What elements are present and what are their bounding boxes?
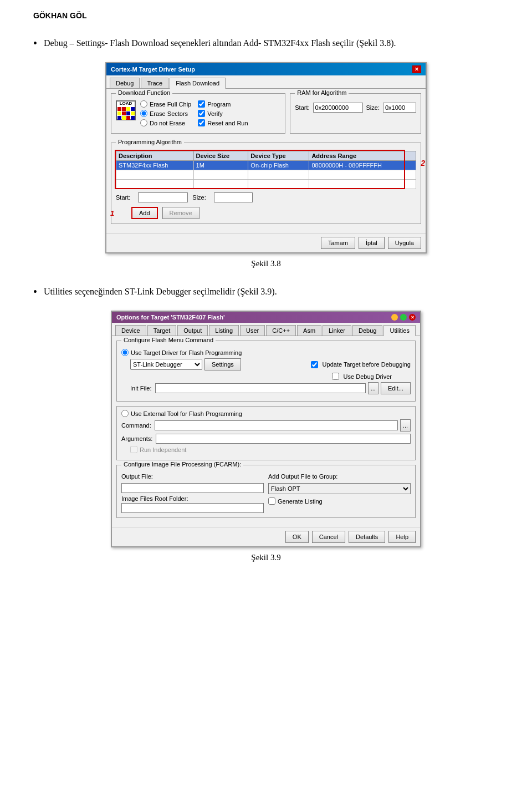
command-label: Command: — [121, 422, 151, 429]
tab-asm[interactable]: Asm — [297, 325, 321, 336]
dialog-body-2: Configure Flash Menu Command Use Target … — [112, 336, 420, 527]
checkbox-options: Program Verify Reset and Run — [198, 100, 248, 129]
checkbox-use-debug[interactable] — [332, 373, 339, 380]
checkbox-update-target[interactable] — [311, 361, 318, 368]
dot-minimize — [391, 314, 398, 321]
checkbox-program[interactable] — [198, 100, 205, 108]
load-icon: LOAD — [116, 100, 136, 120]
cell-address-range: 08000000H - 080FFFFFH — [309, 161, 416, 170]
radio-row-erase-sectors: Erase Sectors — [140, 110, 191, 117]
dialog-title-2: Options for Target 'STM32F407 Flash' — [116, 314, 225, 321]
radio-erase-full[interactable] — [140, 100, 147, 108]
figure-2: Options for Target 'STM32F407 Flash' ✕ D… — [33, 311, 499, 562]
ram-start-label: Start: — [295, 104, 309, 111]
ram-size-input[interactable] — [383, 103, 416, 113]
output-file-input[interactable] — [121, 483, 264, 493]
radio-erase-sectors[interactable] — [140, 110, 147, 117]
tab-debug[interactable]: Debug — [110, 78, 140, 88]
radio-label-no-erase: Do not Erase — [150, 120, 185, 126]
figure-caption-2: Şekil 3.9 — [251, 553, 280, 562]
run-independent-row: Run Independent — [130, 446, 411, 453]
start-label: Start: — [116, 194, 130, 201]
ram-label: RAM for Algorithm — [295, 89, 349, 96]
bullet-item-2: • Utilities seçeneğinden ST-Link Debugge… — [33, 285, 499, 299]
checkbox-generate-listing[interactable] — [268, 497, 275, 505]
settings-button[interactable]: Settings — [204, 358, 241, 370]
bullet-text-2: Utilities seçeneğinden ST-Link Debugger … — [44, 285, 277, 298]
configure-flash-group: Configure Flash Menu Command Use Target … — [116, 341, 416, 402]
size-input[interactable] — [214, 192, 253, 202]
command-input[interactable] — [155, 420, 398, 430]
use-external-label: Use External Tool for Flash Programming — [131, 410, 242, 417]
dialog-titlebar-2: Options for Target 'STM32F407 Flash' ✕ — [112, 312, 420, 323]
command-row: Command: ... — [121, 419, 411, 431]
ok-button-2[interactable]: OK — [285, 531, 309, 543]
titlebar-buttons-1: ✕ — [412, 65, 421, 73]
cell-device-size: 1M — [193, 161, 248, 170]
checkbox-label-program: Program — [207, 101, 231, 108]
checkbox-run-independent[interactable] — [130, 446, 137, 453]
header-title: GÖKHAN GÖL — [33, 11, 86, 20]
close-button-1[interactable]: ✕ — [412, 65, 421, 73]
defaults-button[interactable]: Defaults — [349, 531, 385, 543]
arguments-row: Arguments: — [121, 434, 411, 444]
edit-button[interactable]: Edit... — [381, 382, 411, 394]
tab-output[interactable]: Output — [177, 325, 208, 336]
arguments-input[interactable] — [156, 434, 411, 444]
tab-utilities[interactable]: Utilities — [383, 325, 415, 336]
tab-user[interactable]: User — [240, 325, 265, 336]
init-file-input[interactable] — [155, 383, 366, 393]
tab-trace[interactable]: Trace — [141, 78, 168, 88]
start-input[interactable] — [138, 192, 188, 202]
tab-flash-download[interactable]: Flash Download — [170, 78, 226, 89]
tab-debug[interactable]: Debug — [352, 325, 382, 336]
checkbox-reset[interactable] — [198, 119, 205, 126]
download-function-group: Download Function LOAD — [111, 93, 285, 134]
help-button[interactable]: Help — [388, 531, 416, 543]
tab-cpp[interactable]: C/C++ — [266, 325, 296, 336]
add-button[interactable]: Add — [131, 207, 158, 219]
radio-row-erase-full: Erase Full Chip — [140, 100, 191, 108]
dialog-footer-2: OK Cancel Defaults Help — [112, 527, 420, 546]
browse-button[interactable]: ... — [368, 382, 378, 394]
tab-linker[interactable]: Linker — [323, 325, 351, 336]
programming-algorithm-label: Programming Algorithm — [116, 139, 184, 145]
tab-device[interactable]: Device — [115, 325, 146, 336]
remove-button[interactable]: Remove — [162, 207, 200, 219]
radio-label-erase-full: Erase Full Chip — [150, 101, 191, 108]
cancel-button-1[interactable]: İptal — [359, 237, 385, 249]
tab-target[interactable]: Target — [147, 325, 177, 336]
apply-button-1[interactable]: Uygula — [388, 237, 421, 249]
tab-listing[interactable]: Listing — [209, 325, 239, 336]
image-root-input[interactable] — [121, 503, 264, 513]
radio-external[interactable] — [121, 410, 129, 417]
add-to-group-select[interactable]: Flash OPT — [268, 483, 411, 494]
checkbox-verify[interactable] — [198, 110, 205, 117]
annotation-1: 1 — [110, 209, 114, 217]
cancel-button-2[interactable]: Cancel — [312, 531, 345, 543]
cell-device-type: On-chip Flash — [248, 161, 309, 170]
use-debug-label: Use Debug Driver — [344, 373, 392, 380]
output-file-row: Output File: — [121, 473, 264, 480]
col-description: Description — [116, 151, 194, 161]
command-browse[interactable]: ... — [400, 419, 411, 431]
fcarm-label: Configure Image File Processing (FCARM): — [121, 461, 243, 468]
section2: • Utilities seçeneğinden ST-Link Debugge… — [33, 285, 499, 562]
ram-start-input[interactable] — [313, 103, 363, 113]
init-file-row: Init File: ... Edit... — [130, 382, 411, 394]
ok-button-1[interactable]: Tamam — [321, 237, 355, 249]
bullet-item-1: • Debug – Settings- Flash Download seçen… — [33, 37, 499, 51]
size-label: Size: — [192, 194, 206, 201]
radio-use-target[interactable] — [121, 349, 129, 356]
arguments-label: Arguments: — [121, 435, 152, 442]
table-row[interactable]: STM32F4xx Flash 1M On-chip Flash 0800000… — [116, 161, 416, 170]
debugger-select[interactable]: ST-Link Debugger — [130, 359, 202, 370]
figure-1: Cortex-M Target Driver Setup ✕ Debug Tra… — [33, 62, 499, 268]
radio-no-erase[interactable] — [140, 119, 147, 126]
image-root-row: Image Files Root Folder: — [121, 495, 264, 502]
page-header: GÖKHAN GÖL — [33, 11, 499, 20]
annotation-2: 2 — [421, 159, 425, 167]
programming-algorithm-group: Programming Algorithm Description Device… — [111, 143, 421, 224]
fcarm-group: Configure Image File Processing (FCARM):… — [116, 465, 416, 518]
use-debug-row: Use Debug Driver — [121, 373, 408, 380]
